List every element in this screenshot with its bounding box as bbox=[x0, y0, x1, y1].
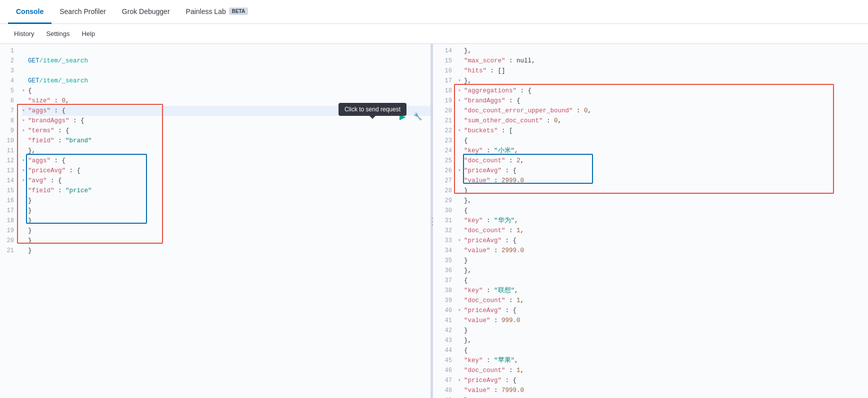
resp-code-line: ▾}, bbox=[458, 76, 868, 86]
code-line: } bbox=[22, 196, 430, 206]
code-line: } bbox=[22, 216, 430, 226]
resp-code-line: "key" : "小米", bbox=[458, 146, 868, 156]
resp-code-line: ▾ "priceAvg" : { bbox=[458, 306, 868, 316]
subnav-history[interactable]: History bbox=[8, 24, 40, 44]
code-line: ▾ "terms" : { bbox=[22, 126, 430, 136]
editor-panel: Click to send request ▶ 🔧 12345678910111… bbox=[0, 44, 430, 398]
resp-code-line: "value" : 999.0 bbox=[458, 316, 868, 326]
resp-code-line: "doc_count" : 2, bbox=[458, 156, 868, 166]
resp-code-line: "doc_count" : 1, bbox=[458, 296, 868, 306]
fold-marker[interactable]: ▾ bbox=[22, 106, 28, 116]
resp-code-line: }, bbox=[458, 196, 868, 206]
resp-code-line: "value" : 2999.0 bbox=[458, 246, 868, 256]
resp-code-line: } bbox=[458, 326, 868, 336]
resp-code-area: 1415161718192021222324252627282930313233… bbox=[433, 44, 868, 398]
fold-marker[interactable]: ▾ bbox=[458, 126, 464, 136]
resp-code-line: { bbox=[458, 136, 868, 146]
resp-line-numbers: 1415161718192021222324252627282930313233… bbox=[433, 44, 456, 398]
resp-code-line: { bbox=[458, 346, 868, 356]
resp-code-line: "doc_count_error_upper_bound" : 0, bbox=[458, 106, 868, 116]
code-line: GET /item/_search bbox=[22, 76, 430, 86]
code-lines[interactable]: GET /item/_search GET /item/_search▾{ "s… bbox=[18, 44, 430, 398]
resp-code-line: ▾ "priceAvg" : { bbox=[458, 166, 868, 176]
main-layout: Click to send request ▶ 🔧 12345678910111… bbox=[0, 44, 868, 398]
code-line: ▾ "avg" : { bbox=[22, 176, 430, 186]
code-line: "field" : "price" bbox=[22, 186, 430, 196]
code-line: GET /item/_search bbox=[22, 56, 430, 66]
fold-marker[interactable]: ▾ bbox=[458, 166, 464, 176]
code-line: } bbox=[22, 246, 430, 256]
code-line: } bbox=[22, 236, 430, 246]
wrench-icon: 🔧 bbox=[414, 112, 422, 120]
resp-code-line: "sum_other_doc_count" : 0, bbox=[458, 116, 868, 126]
code-area: 123456789101112131415161718192021 GET /i… bbox=[0, 44, 430, 398]
fold-marker[interactable]: ▾ bbox=[458, 376, 464, 386]
code-line: }, bbox=[22, 146, 430, 156]
resp-code-line: "doc_count" : 1, bbox=[458, 366, 868, 376]
resp-code-line: "value" : 7999.0 bbox=[458, 386, 868, 396]
resp-code-line: "key" : "华为", bbox=[458, 216, 868, 226]
code-line: ▾ "priceAvg" : { bbox=[22, 166, 430, 176]
response-panel: 1415161718192021222324252627282930313233… bbox=[433, 44, 868, 398]
code-line: "field" : "brand" bbox=[22, 136, 430, 146]
subnav-help[interactable]: Help bbox=[76, 24, 101, 44]
top-navigation: Console Search Profiler Grok Debugger Pa… bbox=[0, 0, 868, 24]
fold-marker[interactable]: ▾ bbox=[22, 156, 28, 166]
resp-code-line: }, bbox=[458, 266, 868, 276]
fold-marker[interactable]: ▾ bbox=[458, 96, 464, 106]
resp-code-line: ▾ "brandAggs" : { bbox=[458, 96, 868, 106]
resp-code-line: } bbox=[458, 256, 868, 266]
resp-code-line: "key" : "联想", bbox=[458, 286, 868, 296]
fold-marker[interactable]: ▾ bbox=[22, 176, 28, 186]
code-line bbox=[22, 46, 430, 56]
resp-code-line: { bbox=[458, 276, 868, 286]
resp-code-line: "value" : 2999.0 bbox=[458, 176, 868, 186]
fold-marker[interactable]: ▾ bbox=[458, 306, 464, 316]
beta-badge: BETA bbox=[229, 7, 248, 15]
fold-marker[interactable]: ▾ bbox=[458, 236, 464, 246]
resp-code-line: { bbox=[458, 206, 868, 216]
editor-content[interactable]: 123456789101112131415161718192021 GET /i… bbox=[0, 44, 430, 398]
fold-marker[interactable]: ▾ bbox=[458, 76, 464, 86]
fold-marker[interactable]: ▾ bbox=[22, 166, 28, 176]
code-line: } bbox=[22, 226, 430, 236]
settings-button[interactable]: 🔧 bbox=[412, 110, 424, 122]
tab-painless-lab[interactable]: Painless Lab BETA bbox=[178, 0, 256, 24]
fold-marker[interactable]: ▾ bbox=[22, 86, 28, 96]
resp-code-line: "hits" : [ ] bbox=[458, 66, 868, 76]
resp-code-line: "doc_count" : 1, bbox=[458, 226, 868, 236]
resp-code-line: ▾"aggregations" : { bbox=[458, 86, 868, 96]
resp-code-lines[interactable]: }, "max_score" : null, "hits" : [ ]▾},▾"… bbox=[456, 44, 868, 398]
code-line: ▾ "aggs" : { bbox=[22, 156, 430, 166]
fold-marker[interactable]: ▾ bbox=[458, 86, 464, 96]
response-content[interactable]: 1415161718192021222324252627282930313233… bbox=[433, 44, 868, 398]
sub-navigation: History Settings Help bbox=[0, 24, 868, 44]
resp-code-line: ▾ "buckets" : [ bbox=[458, 126, 868, 136]
code-line: ▾{ bbox=[22, 86, 430, 96]
send-request-tooltip: Click to send request bbox=[338, 103, 406, 116]
code-line bbox=[22, 66, 430, 76]
resp-code-line: "key" : "苹果", bbox=[458, 356, 868, 366]
resp-code-line: } bbox=[458, 396, 868, 398]
resp-code-line: ▾ "priceAvg" : { bbox=[458, 376, 868, 386]
tab-grok-debugger[interactable]: Grok Debugger bbox=[114, 0, 178, 24]
resp-code-line: } bbox=[458, 186, 868, 196]
fold-marker[interactable]: ▾ bbox=[22, 116, 28, 126]
resp-code-line: ▾ "priceAvg" : { bbox=[458, 236, 868, 246]
resp-code-line: "max_score" : null, bbox=[458, 56, 868, 66]
tab-console[interactable]: Console bbox=[8, 0, 52, 24]
subnav-settings[interactable]: Settings bbox=[40, 24, 76, 44]
fold-marker[interactable]: ▾ bbox=[22, 126, 28, 136]
code-line: } bbox=[22, 206, 430, 216]
resp-code-line: }, bbox=[458, 336, 868, 346]
line-numbers: 123456789101112131415161718192021 bbox=[0, 44, 18, 398]
resp-code-line: }, bbox=[458, 46, 868, 56]
tab-search-profiler[interactable]: Search Profiler bbox=[52, 0, 114, 24]
